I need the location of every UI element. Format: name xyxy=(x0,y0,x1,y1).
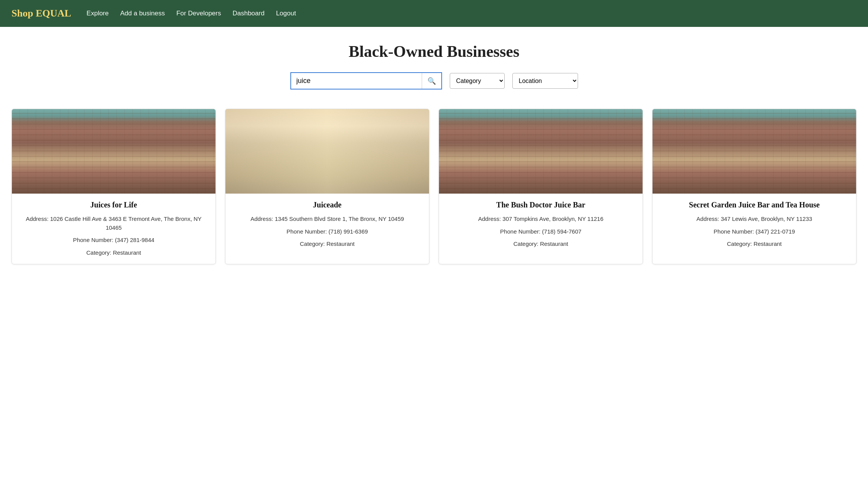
nav-brand[interactable]: Shop EQUAL xyxy=(12,8,71,19)
nav-links: ExploreAdd a businessFor DevelopersDashb… xyxy=(86,10,296,17)
business-name: The Bush Doctor Juice Bar xyxy=(447,201,635,209)
nav-link-logout[interactable]: Logout xyxy=(276,10,296,17)
nav-link-dashboard[interactable]: Dashboard xyxy=(232,10,264,17)
business-phone: Phone Number: (718) 594-7607 xyxy=(447,227,635,236)
business-phone: Phone Number: (718) 991-6369 xyxy=(233,227,421,236)
business-name: Secret Garden Juice Bar and Tea House xyxy=(660,201,848,209)
business-phone: Phone Number: (347) 281-9844 xyxy=(20,236,208,245)
card-body: Secret Garden Juice Bar and Tea HouseAdd… xyxy=(653,194,856,255)
nav-link-for-developers[interactable]: For Developers xyxy=(176,10,221,17)
nav-link-add-a-business[interactable]: Add a business xyxy=(120,10,165,17)
card-body: JuiceadeAddress: 1345 Southern Blvd Stor… xyxy=(225,194,429,255)
card-body: The Bush Doctor Juice BarAddress: 307 To… xyxy=(439,194,643,255)
business-card[interactable]: JuiceadeAddress: 1345 Southern Blvd Stor… xyxy=(225,109,429,264)
business-image xyxy=(225,109,429,194)
search-input[interactable] xyxy=(291,73,422,89)
business-category: Category: Restaurant xyxy=(660,240,848,249)
card-body: Juices for LifeAddress: 1026 Castle Hill… xyxy=(12,194,215,264)
business-category: Category: Restaurant xyxy=(233,240,421,249)
business-image xyxy=(653,109,856,194)
business-category: Category: Restaurant xyxy=(20,249,208,257)
search-icon: 🔍 xyxy=(427,77,436,85)
business-image xyxy=(439,109,643,194)
category-filter[interactable]: CategoryRestaurantRetailServicesHealthBe… xyxy=(450,73,505,89)
search-button[interactable]: 🔍 xyxy=(422,73,441,89)
business-address: Address: 307 Tompkins Ave, Brooklyn, NY … xyxy=(447,215,635,224)
business-address: Address: 347 Lewis Ave, Brooklyn, NY 112… xyxy=(660,215,848,224)
business-address: Address: 1345 Southern Blvd Store 1, The… xyxy=(233,215,421,224)
cards-section: Juices for LifeAddress: 1026 Castle Hill… xyxy=(0,97,868,280)
nav-link-explore[interactable]: Explore xyxy=(86,10,109,17)
search-section: Black-Owned Businesses 🔍 CategoryRestaur… xyxy=(0,27,868,97)
business-name: Juices for Life xyxy=(20,201,208,209)
search-input-wrapper: 🔍 xyxy=(290,72,442,90)
business-card[interactable]: The Bush Doctor Juice BarAddress: 307 To… xyxy=(439,109,643,264)
search-bar: 🔍 CategoryRestaurantRetailServicesHealth… xyxy=(8,72,860,90)
business-name: Juiceade xyxy=(233,201,421,209)
location-filter[interactable]: LocationThe Bronx, NYBrooklyn, NYManhatt… xyxy=(512,73,578,89)
business-phone: Phone Number: (347) 221-0719 xyxy=(660,227,848,236)
business-address: Address: 1026 Castle Hill Ave & 3463 E T… xyxy=(20,215,208,232)
business-image xyxy=(12,109,215,194)
business-category: Category: Restaurant xyxy=(447,240,635,249)
page-title: Black-Owned Businesses xyxy=(8,42,860,61)
business-card[interactable]: Secret Garden Juice Bar and Tea HouseAdd… xyxy=(652,109,856,264)
business-card[interactable]: Juices for LifeAddress: 1026 Castle Hill… xyxy=(12,109,216,264)
navbar: Shop EQUAL ExploreAdd a businessFor Deve… xyxy=(0,0,868,27)
